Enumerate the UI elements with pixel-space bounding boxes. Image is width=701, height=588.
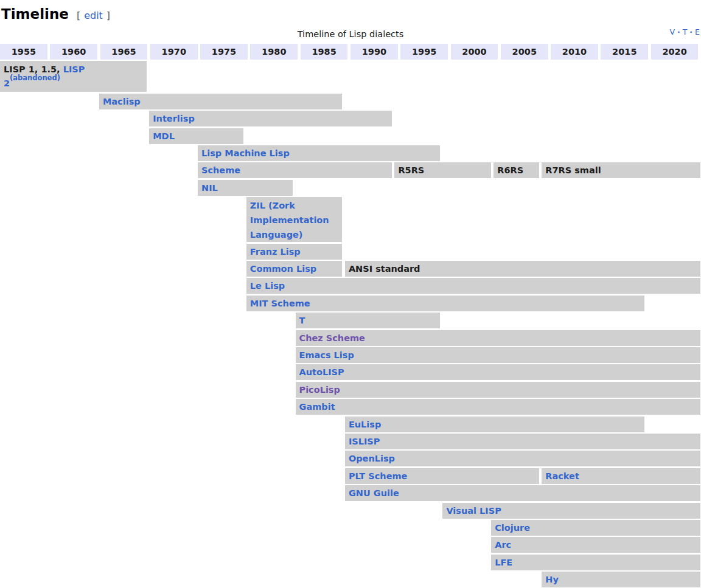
timeline-bar-franz-lisp: Franz Lisp: [246, 244, 343, 260]
year-header-1970: 1970: [150, 44, 198, 60]
ansi-standard-label: ANSI standard: [349, 264, 420, 274]
timeline-row: Chez Scheme: [0, 330, 701, 346]
timeline-bar-lfe: LFE: [491, 555, 700, 570]
timeline-bar-racket: Racket: [542, 468, 700, 484]
timeline-bar-plt-scheme: PLT Scheme: [345, 468, 539, 484]
year-header-2020: 2020: [651, 44, 699, 60]
zil-zork-implementation-language-link[interactable]: ZIL (Zork Implementation Language): [250, 201, 329, 240]
maclisp-link[interactable]: Maclisp: [103, 97, 141, 106]
timeline-row: Lisp Machine Lisp: [0, 145, 701, 161]
r5rs-label: R5RS: [398, 165, 424, 175]
timeline-row: AutoLISP: [0, 364, 701, 380]
lfe-link[interactable]: LFE: [495, 558, 512, 567]
superscript: (abandoned): [10, 74, 60, 82]
picolisp-link[interactable]: PicoLisp: [299, 385, 340, 395]
gambit-link[interactable]: Gambit: [299, 402, 335, 412]
interlisp-link[interactable]: Interlisp: [153, 114, 195, 123]
year-header-2000: 2000: [451, 44, 498, 60]
franz-lisp-link[interactable]: Franz Lisp: [250, 247, 301, 257]
year-header-2005: 2005: [501, 44, 548, 60]
timeline-row: Hy: [0, 572, 701, 587]
timeline-bar-gambit: Gambit: [296, 399, 701, 415]
year-header-1975: 1975: [200, 44, 248, 60]
timeline-bar-nil: NIL: [198, 180, 293, 196]
le-lisp-link[interactable]: Le Lisp: [250, 281, 285, 291]
r7rs-small-label: R7RS small: [545, 165, 601, 175]
timeline-bar-arc: Arc: [491, 537, 700, 553]
arc-link[interactable]: Arc: [495, 540, 511, 550]
timeline-bar-gnu-guile: GNU Guile: [345, 485, 700, 501]
timeline-row: NIL: [0, 180, 701, 196]
section-heading: Timeline [edit]: [1, 5, 110, 23]
vte-edit-link[interactable]: e: [695, 27, 700, 36]
timeline-bar-clojure: Clojure: [491, 520, 700, 536]
chez-scheme-link[interactable]: Chez Scheme: [299, 333, 365, 343]
plt-scheme-link[interactable]: PLT Scheme: [349, 471, 408, 481]
timeline-row: SchemeR5RSR6RSR7RS small: [0, 162, 701, 178]
mit-scheme-link[interactable]: MIT Scheme: [250, 299, 310, 308]
timeline-bar-openlisp: OpenLisp: [345, 451, 700, 466]
vte-navbar: v·t·e: [669, 27, 700, 37]
common-lisp-link[interactable]: Common Lisp: [250, 264, 316, 274]
mdl-link[interactable]: MDL: [153, 131, 175, 141]
timeline-bar-zil-zork-implementation-language: ZIL (Zork Implementation Language): [246, 197, 343, 242]
timeline-row: MIT Scheme: [0, 296, 701, 311]
timeline-bar-visual-lisp: Visual LISP: [442, 503, 700, 519]
timeline-bar-r7rs-small: R7RS small: [542, 162, 700, 178]
racket-link[interactable]: Racket: [545, 471, 579, 481]
scheme-link[interactable]: Scheme: [201, 165, 240, 175]
abandoned-link[interactable]: (abandoned): [10, 74, 60, 82]
timeline-bar-interlisp: Interlisp: [149, 111, 392, 126]
timeline-row: ISLISP: [0, 434, 701, 449]
clojure-link[interactable]: Clojure: [495, 523, 530, 533]
timeline-row: Arc: [0, 537, 701, 553]
edit-bracket-close: ]: [106, 10, 110, 21]
timeline-bar-le-lisp: Le Lisp: [246, 278, 700, 294]
lisp-machine-lisp-link[interactable]: Lisp Machine Lisp: [201, 148, 290, 158]
visual-lisp-link[interactable]: Visual LISP: [446, 506, 501, 516]
vte-talk-link[interactable]: t: [683, 27, 688, 36]
timeline-bar-lisp-machine-lisp: Lisp Machine Lisp: [198, 145, 440, 161]
timeline-row: Emacs Lisp: [0, 347, 701, 363]
timeline-row: Maclisp: [0, 94, 701, 109]
t-link[interactable]: T: [299, 316, 305, 325]
gnu-guile-link[interactable]: GNU Guile: [349, 488, 399, 498]
timeline-row: PLT SchemeRacket: [0, 468, 701, 484]
emacs-lisp-link[interactable]: Emacs Lisp: [299, 350, 354, 360]
page-title: Timeline: [1, 5, 69, 23]
timeline-bar-lisp-1-1-5-lisp-2-abandoned: LISP 1, 1.5, LISP 2(abandoned): [0, 61, 147, 92]
timeline-bar-r5rs: R5RS: [394, 162, 490, 178]
nil-link[interactable]: NIL: [201, 183, 218, 193]
timeline-row: Common LispANSI standard: [0, 261, 701, 277]
timeline-bar-maclisp: Maclisp: [99, 94, 343, 109]
year-header-1980: 1980: [250, 44, 298, 60]
lisp-1-1-5-label: LISP 1, 1.5,: [4, 64, 63, 74]
timeline-bar-mdl: MDL: [149, 128, 243, 144]
timeline-row: Clojure: [0, 520, 701, 536]
edit-section: [edit]: [77, 10, 110, 21]
timeline-row: MDL: [0, 128, 701, 144]
autolisp-link[interactable]: AutoLISP: [299, 367, 344, 377]
hy-link[interactable]: Hy: [545, 575, 559, 584]
timeline-bar-common-lisp: Common Lisp: [246, 261, 343, 277]
timeline-bar-eulisp: EuLisp: [345, 417, 644, 432]
year-header-1965: 1965: [100, 44, 148, 60]
timeline-row: Gambit: [0, 399, 701, 415]
timeline-bar-mit-scheme: MIT Scheme: [246, 296, 644, 311]
timeline-bar-islisp: ISLISP: [345, 434, 700, 449]
timeline-row: PicoLisp: [0, 382, 701, 398]
timeline-row: Franz Lisp: [0, 244, 701, 260]
year-header-2015: 2015: [601, 44, 648, 60]
timeline-bar-chez-scheme: Chez Scheme: [296, 330, 701, 346]
year-header-1960: 1960: [50, 44, 97, 60]
eulisp-link[interactable]: EuLisp: [349, 420, 381, 429]
timeline-bar-autolisp: AutoLISP: [296, 364, 701, 380]
year-header-1990: 1990: [350, 44, 398, 60]
timeline-row: T: [0, 313, 701, 328]
openlisp-link[interactable]: OpenLisp: [349, 454, 395, 463]
vte-view-link[interactable]: v: [669, 27, 675, 36]
edit-link[interactable]: edit: [84, 10, 103, 21]
vte-separator: ·: [677, 27, 680, 36]
timeline-row: LISP 1, 1.5, LISP 2(abandoned): [0, 61, 701, 92]
islisp-link[interactable]: ISLISP: [349, 437, 380, 446]
